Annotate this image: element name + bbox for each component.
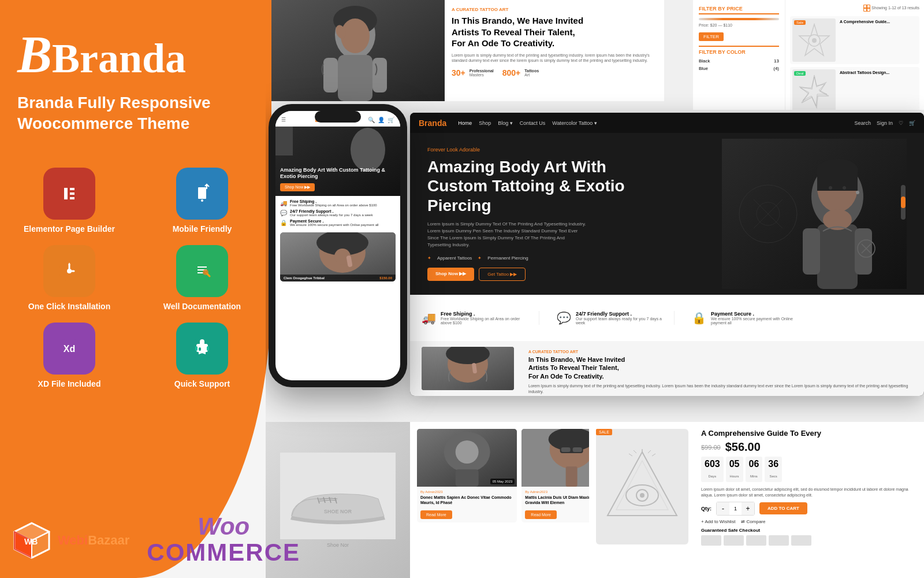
tag-apparent: Apparent Tattoos [437, 255, 472, 261]
svg-line-101 [652, 454, 655, 456]
filter-button[interactable]: FILTER [699, 32, 724, 41]
product-1-badge: Sale [794, 20, 806, 25]
desktop-hero-buttons: Shop Now ▶▶ Get Tattoo ▶▶ [427, 268, 722, 281]
product-desc: Lorem ipsum dolor sit amet, consectetur … [701, 487, 917, 498]
blog-1-read-btn[interactable]: Read More [420, 510, 452, 519]
svg-line-98 [634, 450, 636, 453]
get-tattoo-btn[interactable]: Get Tattoo ▶▶ [479, 268, 526, 281]
payment-icon-3 [746, 535, 766, 546]
right-content: A CURATED TATTOO ART In This Brando, We … [266, 0, 924, 578]
svg-point-9 [67, 269, 72, 273]
desktop-hero-image [722, 139, 907, 289]
feature-docs: Well Documentation [144, 245, 260, 311]
feature-support: Quick Support [144, 323, 260, 388]
desktop-hero-content: Forever Look Adorable Amazing Body Art W… [427, 147, 722, 281]
tattoo-stats: 30+ Professional Masters 800+ Tattoos Ar… [452, 68, 657, 77]
top-tattoo-screenshot [266, 0, 445, 101]
webibazaar-logo: WB WebiBazaar [12, 520, 129, 561]
svg-rect-87 [566, 466, 578, 487]
feature-mobile: Mobile Friendly [144, 168, 260, 234]
product-2-info: Abstract Tattoos Design... [839, 69, 917, 110]
svg-rect-13 [198, 272, 203, 273]
svg-point-96 [640, 493, 644, 498]
tattoo-info-overlay: A CURATED TATTOO ART In This Brando, We … [445, 0, 664, 101]
bottom-tattoo-image [422, 347, 514, 390]
product-price-row: $99.00 $56.00 [701, 440, 917, 454]
qty-minus-btn[interactable]: - [717, 502, 729, 515]
tattoo-desc: Lorem ipsum is simply dummy text of the … [452, 53, 657, 64]
desktop-hero-tags: ✦ Apparent Tattoos ✦ Permanent Piercing [427, 255, 722, 261]
compare-link[interactable]: ⇌ Compare [741, 519, 765, 524]
desktop-nav-links: Home Shop Blog ▾ Contact Us Watercolor T… [458, 120, 843, 126]
filter-panel: FILTER BY PRICE Price: $20 — $110 FILTER… [693, 0, 785, 110]
svg-rect-22 [195, 346, 198, 351]
add-to-cart-btn[interactable]: ADD TO CART [759, 502, 807, 514]
tag-piercing: Permanent Piercing [487, 255, 528, 261]
shop-now-btn[interactable]: Shop Now ▶▶ [427, 268, 474, 281]
desktop-screenshot: Branda Home Shop Blog ▾ Contact Us Water… [410, 113, 924, 396]
nav-signin[interactable]: Sign In [877, 120, 893, 126]
product-2-title: Abstract Tattoos Design... [840, 71, 916, 75]
svg-rect-11 [198, 266, 207, 268]
svg-point-65 [856, 191, 859, 194]
nav-link-home[interactable]: Home [458, 120, 472, 126]
product-1-info: A Comprehensive Guide... [839, 18, 917, 62]
phone-feature-1: 🚚 Free Shiping . Free Worldwide Shiping … [280, 199, 396, 207]
nav-wishlist[interactable]: ♡ [899, 120, 903, 126]
payment-icon-2 [724, 535, 744, 546]
desktop-features-bar: 🚚 Free Shiping . Free Worldwide Shiping … [410, 295, 924, 341]
wishlist-compare-row: + Add to Wishlist ⇌ Compare [701, 519, 917, 524]
feat-shipping-text: Free Shiping . Free Worldwide Shiping on… [441, 311, 527, 325]
svg-rect-6 [198, 187, 206, 199]
svg-rect-57 [817, 224, 858, 289]
product-1-title: A Comprehensive Guide... [840, 20, 916, 24]
product-detail-info: A Comprehensive Guide To Every $99.00 $5… [701, 429, 917, 571]
blog-2-read-btn[interactable]: Read More [525, 510, 557, 519]
payment-icon-1 [701, 535, 721, 546]
qty-plus-btn[interactable]: + [742, 502, 754, 515]
feat-payment-text: Payment Secure . We ensure 100% secure p… [711, 311, 798, 325]
mobile-icon [176, 168, 228, 220]
tagline-line2: Woocommerce Theme [17, 113, 211, 134]
bottom-subtitle: A CURATED TATTOO ART [528, 350, 910, 354]
xd-label: XD File Included [38, 379, 101, 388]
svg-rect-4 [70, 197, 74, 199]
product-card-2: Deal Abstract Tattoos Design... [790, 67, 919, 110]
svg-rect-23 [207, 346, 209, 351]
phone-notch [315, 111, 361, 123]
oneclick-label: One Click Installation [28, 302, 110, 311]
phone-feature-2: 💬 24/7 Friendly Support . Our support te… [280, 209, 396, 217]
nav-cart[interactable]: 🛒 [909, 120, 915, 126]
svg-line-100 [629, 454, 632, 456]
svg-rect-80 [456, 469, 479, 487]
feature-oneclick: One Click Installation [12, 245, 127, 311]
qty-label: Qty: [701, 506, 711, 512]
desktop-nav: Branda Home Shop Blog ▾ Contact Us Water… [410, 113, 924, 133]
blog-1-title: Donec Mattis Sapien Ac Donec Vitae Commo… [420, 495, 513, 505]
svg-rect-1 [64, 188, 68, 199]
feat-ship-desc: Free Worldwide Shiping on all Area on or… [441, 317, 527, 325]
nav-link-contact[interactable]: Contact Us [520, 120, 546, 126]
nav-link-blog[interactable]: Blog ▾ [498, 120, 513, 126]
svg-rect-33 [372, 58, 387, 92]
product-detail-image [596, 429, 688, 544]
countdown-days: 603 Days [701, 457, 724, 482]
phone-hero-btn[interactable]: Shop Now ▶▶ [280, 183, 315, 191]
oneclick-icon [43, 245, 95, 297]
elementor-icon [43, 168, 95, 220]
nav-link-tattoo[interactable]: Watercolor Tattoo ▾ [552, 120, 597, 126]
product-cards-mini: Showing 1-12 of 13 results Sale A Compre… [785, 0, 924, 110]
phone-frame: ☰ Branda 🔍👤🛒 [269, 104, 407, 387]
feat-support: 💬 24/7 Friendly Support . Our support te… [557, 311, 675, 325]
phone-features: 🚚 Free Shiping . Free Worldwide Shiping … [275, 196, 400, 230]
countdown-hours: 05 Hours [726, 457, 743, 482]
nav-link-shop[interactable]: Shop [479, 120, 491, 126]
wb-cube-icon: WB [12, 520, 52, 561]
phone-screen: ☰ Branda 🔍👤🛒 [275, 111, 400, 380]
feat-support-desc: Our support team always ready for you 7 … [576, 317, 662, 325]
add-to-wishlist-link[interactable]: + Add to Wishlist [701, 519, 735, 524]
guaranteed-section: Guaranteed Safe Checkout [701, 528, 917, 546]
nav-search[interactable]: Search [854, 120, 871, 126]
countdown-secs: 36 Secs [765, 457, 782, 482]
desktop-hero-desc: Lorem Ipsum is Simply Dummy Text Of The … [427, 221, 589, 249]
